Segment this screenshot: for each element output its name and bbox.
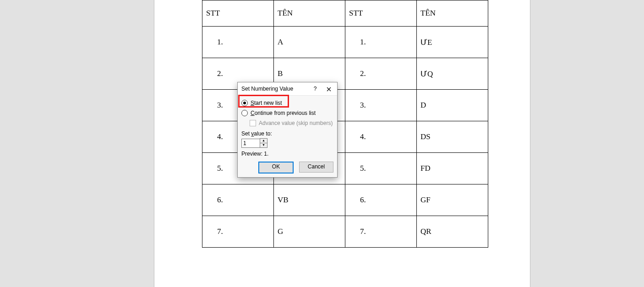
cell-val: A <box>274 27 345 58</box>
header-cell: TÊN <box>274 0 345 27</box>
dialog-title-text: Set Numbering Value <box>241 86 293 92</box>
cell-val: QR <box>417 216 488 248</box>
cell-num: 6. <box>202 184 274 216</box>
table-header-row: STT TÊN STT TÊN <box>202 0 488 27</box>
cell-num: 1. <box>202 27 274 58</box>
set-value-spinner[interactable]: ▲ ▼ <box>241 138 333 148</box>
continue-previous-list-option[interactable]: Continue from previous list <box>241 108 333 118</box>
cell-num: 5. <box>345 153 417 184</box>
cell-val: G <box>274 216 345 248</box>
cell-val: ƯE <box>417 27 488 58</box>
dialog-body: Start new list Continue from previous li… <box>238 95 337 177</box>
cell-num: 6. <box>345 184 417 216</box>
dialog-buttons: OK Cancel <box>241 162 333 173</box>
cell-val: VB <box>274 184 345 216</box>
set-numbering-value-dialog: Set Numbering Value ? Start new list Con… <box>237 82 338 178</box>
header-cell: STT <box>345 0 417 27</box>
header-cell: TÊN <box>417 0 488 27</box>
spinner-down-button[interactable]: ▼ <box>260 143 267 148</box>
spinner-buttons: ▲ ▼ <box>260 138 267 148</box>
advance-value-option: Advance value (skip numbers) <box>250 119 333 128</box>
ok-button[interactable]: OK <box>258 162 294 173</box>
table-row: 1. A 1. ƯE <box>202 27 488 58</box>
checkbox-disabled-icon <box>250 120 256 126</box>
cell-num: 4. <box>345 121 417 153</box>
cell-num: 1. <box>345 27 417 58</box>
cell-val: FD <box>417 153 488 184</box>
spinner-up-button[interactable]: ▲ <box>260 138 267 143</box>
table-row: 6. VB 6. GF <box>202 184 488 216</box>
document-page: STT TÊN STT TÊN 1. A 1. ƯE 2. B 2. ƯQ 3.… <box>154 0 530 287</box>
table-row: 7. G 7. QR <box>202 216 488 248</box>
cancel-button[interactable]: Cancel <box>299 162 333 173</box>
close-icon <box>327 87 331 92</box>
cell-num: 7. <box>345 216 417 248</box>
radio-unselected-icon <box>241 110 248 116</box>
cell-num: 3. <box>345 90 417 121</box>
radio-selected-icon <box>241 100 248 106</box>
help-button[interactable]: ? <box>310 82 321 95</box>
set-value-to-label: Set value to: <box>241 130 333 137</box>
option-label: Continue from previous list <box>251 110 316 116</box>
start-new-list-option[interactable]: Start new list <box>241 98 333 108</box>
set-value-input[interactable] <box>241 139 260 148</box>
option-label: Start new list <box>251 100 282 106</box>
preview-text: Preview: 1. <box>241 151 333 157</box>
cell-num: 7. <box>202 216 274 248</box>
cell-val: D <box>417 90 488 121</box>
cell-val: GF <box>417 184 488 216</box>
option-label: Advance value (skip numbers) <box>259 120 333 126</box>
close-button[interactable] <box>322 82 335 95</box>
cell-num: 2. <box>345 58 417 90</box>
cell-val: DS <box>417 121 488 153</box>
header-cell: STT <box>202 0 274 27</box>
dialog-titlebar[interactable]: Set Numbering Value ? <box>238 82 337 95</box>
cell-val: ƯQ <box>417 58 488 90</box>
